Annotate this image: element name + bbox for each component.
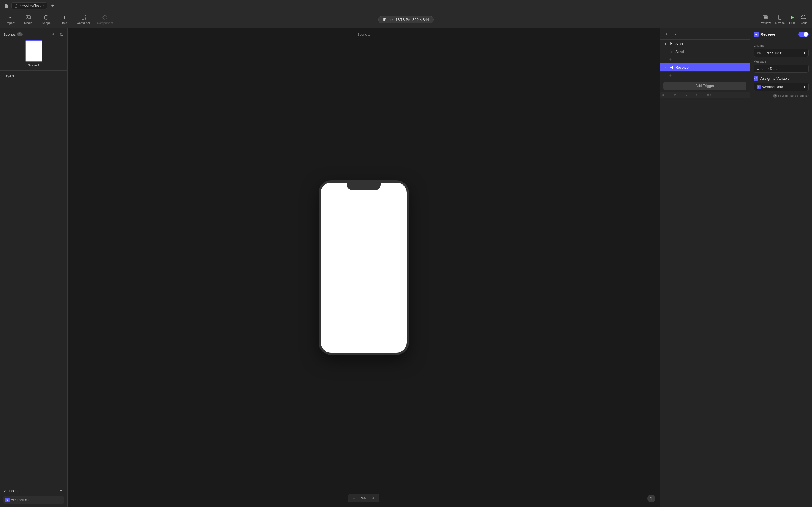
right-panel: ◀ Receive Channel ProtoPie Studio ▾ Mess… <box>750 28 812 507</box>
assign-checkbox[interactable] <box>754 76 758 80</box>
message-label: Message <box>754 60 809 63</box>
toolbar-import-label: Import <box>6 21 14 24</box>
send-action-icon: ▷ <box>669 49 673 54</box>
home-icon[interactable] <box>3 3 9 8</box>
file-tab[interactable]: * weahterTest × <box>11 2 47 9</box>
toolbar-text[interactable]: Text <box>59 15 70 24</box>
zoom-in-button[interactable]: + <box>370 496 376 501</box>
phone-mockup <box>319 180 409 355</box>
variables-section: Variables + x weatherData <box>0 484 67 507</box>
tab-label: * weahterTest <box>20 4 41 8</box>
svg-rect-7 <box>764 17 767 18</box>
toolbar-run-label: Run <box>789 21 795 24</box>
timeline-nav: ‹ › <box>660 28 750 40</box>
device-selector[interactable]: iPhone 13/13 Pro 390 × 844 <box>378 16 434 23</box>
add-tab-button[interactable]: + <box>49 3 56 9</box>
toolbar-preview[interactable]: Preview <box>760 15 770 24</box>
message-input[interactable]: weatherData <box>754 64 809 73</box>
toolbar-media[interactable]: Media <box>22 15 34 24</box>
toolbar-preview-label: Preview <box>760 21 770 24</box>
toolbar-text-label: Text <box>61 21 67 24</box>
variables-title: Variables <box>3 489 18 493</box>
assign-to-variable-label: Assign to Variable <box>760 76 790 80</box>
forward-button[interactable]: › <box>672 31 679 37</box>
tab-close-icon[interactable]: × <box>42 4 44 7</box>
toolbar-run[interactable]: Run <box>789 15 795 24</box>
toolbar-device[interactable]: Device <box>775 15 784 24</box>
channel-chevron-icon: ▾ <box>804 51 806 55</box>
action-send[interactable]: ▷ Send <box>660 48 750 55</box>
channel-select[interactable]: ProtoPie Studio ▾ <box>754 49 809 57</box>
variable-chevron-icon: ▾ <box>804 85 806 89</box>
toolbar-cloud[interactable]: Cloud <box>799 15 808 24</box>
ruler-tick-2: 0.4 <box>683 94 688 97</box>
expand-icon: ▾ <box>663 42 667 46</box>
toolbar-shape[interactable]: Shape <box>41 15 52 24</box>
svg-point-3 <box>44 15 48 19</box>
svg-point-9 <box>779 19 780 19</box>
variable-item[interactable]: x weatherData <box>3 496 64 504</box>
variable-icon: x <box>5 498 10 502</box>
svg-marker-10 <box>791 15 794 19</box>
add-scene-button[interactable]: + <box>50 32 56 37</box>
add-trigger-button[interactable]: Add Trigger <box>663 82 746 90</box>
canvas-scene-label: Scene 1 <box>357 33 370 37</box>
expand-receive-icon: › <box>663 65 667 69</box>
canvas-area: Scene 1 − 76% + ? <box>68 28 660 507</box>
variable-name: weatherData <box>11 498 31 502</box>
receive-toggle[interactable] <box>799 32 809 37</box>
channel-label: Channel <box>754 44 809 47</box>
help-variables-link[interactable]: ? How to use variables? <box>754 94 809 98</box>
trigger-start-label: Start <box>675 42 683 46</box>
scenes-count: 1 <box>17 33 22 36</box>
add-variable-button[interactable]: + <box>58 488 64 494</box>
toolbar-device-label: Device <box>775 21 784 24</box>
right-panel-header: ◀ Receive <box>754 32 809 37</box>
add-receive-action-row[interactable]: + <box>660 71 750 79</box>
layers-title: Layers <box>3 74 64 78</box>
sort-scenes-button[interactable]: ⇅ <box>58 32 64 37</box>
toolbar-container-label: Container <box>77 21 90 24</box>
trigger-receive-label: Receive <box>675 65 689 69</box>
ruler-tick-3: 0.6 <box>695 94 699 97</box>
receive-panel-icon: ◀ <box>754 32 759 37</box>
channel-select-inner: ProtoPie Studio <box>757 51 782 55</box>
toolbar-media-label: Media <box>24 21 33 24</box>
toolbar-right: Preview Device Run Cloud <box>760 15 808 24</box>
right-panel-title: ◀ Receive <box>754 32 775 37</box>
variable-select-inner: x weatherData <box>757 85 783 89</box>
zoom-value: 76% <box>359 496 368 500</box>
toolbar-container[interactable]: Container <box>77 15 90 24</box>
scene-thumbnail <box>26 40 42 62</box>
title-bar: * weahterTest × + <box>0 0 812 11</box>
help-variables-label: How to use variables? <box>778 94 809 98</box>
trigger-receive[interactable]: › ◀ Receive <box>660 63 750 71</box>
svg-rect-4 <box>81 15 86 20</box>
scenes-title: Scenes 1 <box>3 33 22 37</box>
trigger-start[interactable]: ▾ ⚑ Start <box>660 40 750 48</box>
main-layout: Scenes 1 + ⇅ Scene 1 Layers Variables + <box>0 28 812 507</box>
svg-rect-0 <box>15 4 17 7</box>
zoom-controls: − 76% + <box>348 494 379 503</box>
toolbar-component-label: Component <box>97 21 113 24</box>
scene-item[interactable]: Scene 1 <box>3 40 64 67</box>
scene-label: Scene 1 <box>28 64 39 67</box>
ruler-tick-0: 0 <box>662 94 664 97</box>
zoom-out-button[interactable]: − <box>351 496 357 501</box>
toolbar-component: Component <box>97 15 113 24</box>
phone-notch <box>347 182 380 190</box>
left-panel: Scenes 1 + ⇅ Scene 1 Layers Variables + <box>0 28 68 507</box>
add-send-action-row[interactable]: + <box>660 55 750 63</box>
receive-trigger-icon: ◀ <box>669 65 673 69</box>
start-trigger-icon: ⚑ <box>669 41 673 46</box>
back-button[interactable]: ‹ <box>663 31 670 37</box>
variables-header: Variables + <box>3 488 64 494</box>
timeline-panel: ‹ › ▾ ⚑ Start ▷ Send + › ◀ Receive + Add… <box>660 28 750 507</box>
assign-to-variable-row: Assign to Variable <box>754 76 809 80</box>
toolbar: Import Media Shape Text Container Compon… <box>0 11 812 28</box>
help-button[interactable]: ? <box>647 495 655 503</box>
toolbar-import[interactable]: Import <box>4 15 16 24</box>
toolbar-shape-label: Shape <box>42 21 51 24</box>
variable-select[interactable]: x weatherData ▾ <box>754 83 809 91</box>
ruler-tick-4: 0.8 <box>707 94 711 97</box>
